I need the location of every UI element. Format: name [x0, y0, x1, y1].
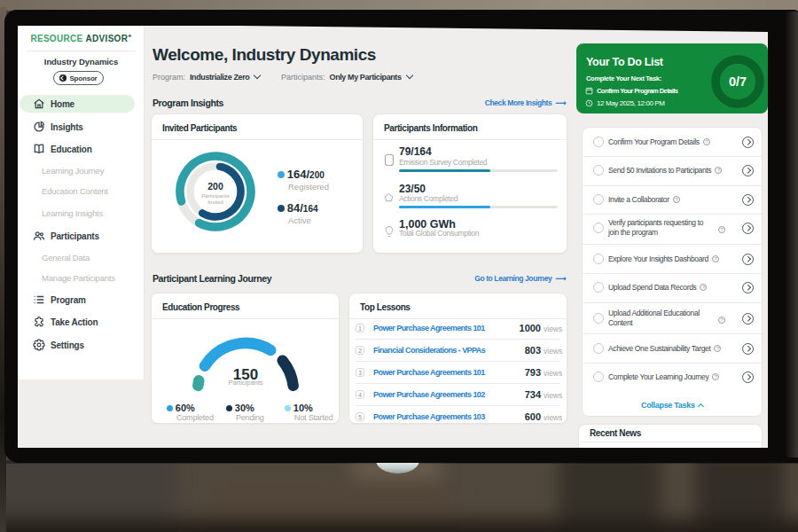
- svg-text:Participants: Participants: [201, 193, 229, 199]
- svg-text:200: 200: [207, 181, 223, 192]
- svg-text:0/7: 0/7: [729, 74, 747, 89]
- svg-text:Invited: Invited: [207, 200, 223, 205]
- svg-text:Participants: Participants: [228, 379, 262, 387]
